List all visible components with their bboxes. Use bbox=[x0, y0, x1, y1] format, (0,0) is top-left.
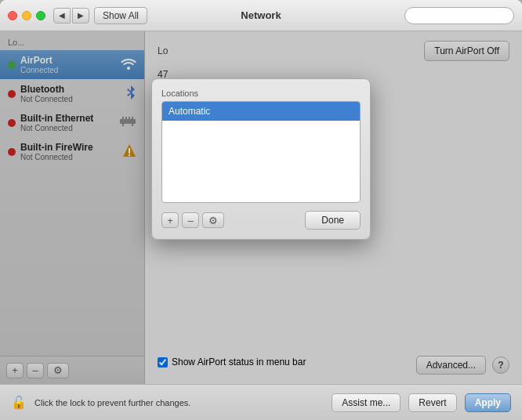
traffic-lights bbox=[8, 11, 45, 20]
modal-overlay: Locations Automatic + – ⚙ Done bbox=[0, 31, 522, 384]
search-box bbox=[404, 7, 514, 24]
lock-icon: 🔓 bbox=[11, 395, 27, 410]
modal-gear-button[interactable]: ⚙ bbox=[202, 212, 224, 228]
window-title: Network bbox=[241, 9, 281, 21]
locations-modal: Locations Automatic + – ⚙ Done bbox=[151, 78, 371, 240]
minimize-button[interactable] bbox=[22, 11, 31, 20]
modal-remove-button[interactable]: – bbox=[182, 212, 199, 228]
search-input[interactable] bbox=[411, 10, 507, 21]
maximize-button[interactable] bbox=[36, 11, 45, 20]
forward-button[interactable]: ▶ bbox=[72, 8, 89, 24]
main-content: Lo... AirPort Connected bbox=[0, 31, 522, 384]
apply-button[interactable]: Apply bbox=[465, 393, 511, 412]
bottom-strip: 🔓 Click the lock to prevent further chan… bbox=[0, 384, 522, 420]
modal-list: Automatic bbox=[161, 101, 361, 203]
revert-button[interactable]: Revert bbox=[408, 393, 456, 412]
modal-footer-left: + – ⚙ bbox=[161, 212, 224, 228]
lock-text: Click the lock to prevent further change… bbox=[34, 398, 324, 407]
network-window: ◀ ▶ Show All Network Lo... AirPort Conne… bbox=[0, 0, 522, 420]
modal-footer: + – ⚙ Done bbox=[161, 211, 361, 230]
close-button[interactable] bbox=[8, 11, 17, 20]
modal-done-button[interactable]: Done bbox=[305, 211, 361, 230]
modal-list-item-automatic[interactable]: Automatic bbox=[162, 102, 360, 121]
modal-add-button[interactable]: + bbox=[161, 212, 179, 228]
show-all-button[interactable]: Show All bbox=[94, 7, 147, 24]
assist-me-button[interactable]: Assist me... bbox=[332, 393, 401, 412]
title-bar: ◀ ▶ Show All Network bbox=[0, 0, 522, 31]
back-button[interactable]: ◀ bbox=[53, 8, 71, 24]
nav-buttons: ◀ ▶ bbox=[53, 8, 89, 24]
modal-label: Locations bbox=[161, 89, 361, 98]
